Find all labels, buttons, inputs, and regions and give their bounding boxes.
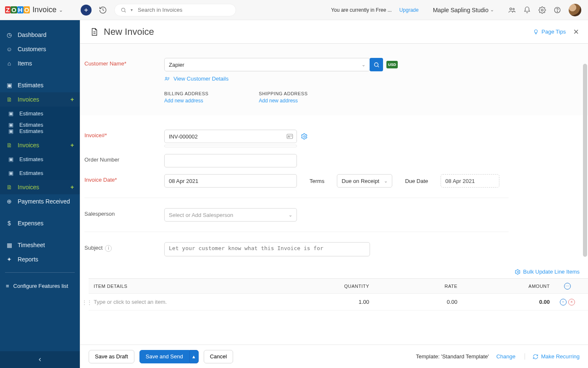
amount-cell: 0.00 (462, 299, 555, 305)
chevron-left-icon (37, 357, 43, 363)
form-scroll[interactable]: Customer Name* Zapier ⌄ USD (80, 44, 588, 345)
invoice-date-input[interactable] (164, 174, 297, 188)
chevron-down-icon[interactable]: ▾ (131, 8, 133, 12)
estimate-icon: ▣ (8, 110, 14, 117)
sidebar-item-invoices[interactable]: 🗎Invoices+ (0, 138, 80, 152)
close-button[interactable]: × (573, 26, 579, 37)
avatar[interactable] (569, 4, 581, 16)
cancel-button[interactable]: Cancel (204, 350, 233, 363)
delete-line-icon[interactable]: × (568, 299, 575, 305)
order-number-label: Order Number (84, 154, 157, 163)
top-icons (508, 4, 581, 16)
upgrade-link[interactable]: Upgrade (399, 7, 419, 13)
invoice-number-settings[interactable] (301, 133, 308, 140)
recent-history-button[interactable] (97, 5, 108, 16)
chevron-down-icon: ⌄ (362, 62, 365, 68)
scrollbar-thumb[interactable] (583, 64, 587, 257)
sidebar-item-estimates[interactable]: ▣Estimates (0, 78, 80, 92)
terms-label: Terms (310, 178, 324, 184)
col-amount: AMOUNT (462, 284, 555, 289)
drag-handle-icon[interactable]: ⋮⋮ (80, 278, 89, 311)
chevron-down-icon[interactable]: ⌄ (59, 7, 63, 13)
sidebar-configure[interactable]: ≡Configure Features list (0, 279, 80, 293)
sidebar-item-reports[interactable]: ✦Reports (0, 252, 80, 266)
plus-icon[interactable]: + (71, 142, 74, 149)
sidebar-sub-estimates[interactable]: ▣Estimates (0, 107, 80, 120)
invoice-icon: 🗎 (6, 96, 13, 103)
salesperson-select[interactable]: Select or Add Salesperson ⌄ (164, 208, 297, 222)
addresses: BILLING ADDRESS Add new address SHIPPING… (164, 91, 588, 104)
line-items-table: ⋮⋮ ITEM DETAILS QUANTITY RATE AMOUNT ⋯ T… (80, 278, 588, 311)
terms-select[interactable]: Due on Receipt ⌄ (337, 174, 392, 188)
sidebar-item-dashboard[interactable]: ◷Dashboard (0, 28, 80, 42)
customer-name-label: Customer Name* (84, 58, 157, 67)
svg-point-0 (121, 8, 125, 11)
sidebar-sub-estimates[interactable]: ▣Estimates (0, 128, 80, 138)
sliders-icon: ≡ (6, 283, 9, 289)
svg-point-3 (541, 9, 543, 11)
info-icon[interactable]: i (105, 245, 112, 252)
remove-line-icon[interactable]: − (560, 299, 567, 305)
page-title: New Invoice (89, 26, 154, 37)
add-new-button[interactable] (81, 5, 92, 16)
global-search[interactable]: ▾ (114, 4, 236, 16)
estimate-icon: ▣ (8, 170, 14, 176)
svg-point-5 (557, 11, 557, 12)
invoice-date-label: Invoice Date* (84, 174, 157, 183)
column-settings-icon[interactable]: ⋯ (564, 283, 571, 290)
help-icon[interactable] (554, 6, 561, 14)
order-number-input[interactable] (164, 154, 297, 167)
sidebar-collapse[interactable] (0, 351, 80, 368)
plus-icon[interactable]: + (71, 184, 74, 191)
settings-icon[interactable] (538, 6, 546, 14)
contact-icon[interactable] (286, 133, 294, 140)
due-date-display[interactable]: 08 Apr 2021 (441, 174, 499, 188)
chevron-down-icon: ⌄ (490, 7, 494, 13)
recurring-icon (533, 354, 538, 360)
bulk-update-link[interactable]: Bulk Update Line Items (80, 261, 588, 278)
save-and-send-split: Save and Send ▴ (139, 350, 199, 363)
sidebar-item-customers[interactable]: ☺Customers (0, 42, 80, 56)
change-template-link[interactable]: Change (496, 353, 516, 360)
svg-point-6 (374, 63, 378, 66)
notifications-icon[interactable] (523, 6, 531, 14)
sidebar-item-items[interactable]: ⌂Items (0, 56, 80, 70)
customer-select[interactable]: Zapier ⌄ (164, 58, 370, 71)
org-switcher[interactable]: Maple Sapling Studio ⌄ (433, 7, 494, 13)
save-and-send-caret[interactable]: ▴ (189, 350, 199, 363)
profile-card-icon (164, 76, 170, 82)
view-customer-details-link[interactable]: View Customer Details (164, 76, 588, 82)
add-shipping-address-link[interactable]: Add new address (259, 98, 307, 104)
sidebar-item-timesheet[interactable]: ▦Timesheet (0, 238, 80, 252)
sidebar-item-payments-received[interactable]: ⊕Payments Received (0, 194, 80, 209)
basket-icon: ⌂ (6, 60, 13, 67)
sidebar-sub-estimates[interactable]: ▣Estimates (0, 120, 80, 128)
referrals-icon[interactable] (508, 6, 516, 14)
sidebar-item-invoices[interactable]: 🗎Invoices+ (0, 92, 80, 107)
search-input[interactable] (137, 6, 230, 13)
save-as-draft-button[interactable]: Save as Draft (89, 350, 134, 363)
qty-cell[interactable]: 1.00 (299, 299, 374, 305)
customer-search-button[interactable] (370, 58, 383, 71)
rate-cell[interactable]: 0.00 (374, 299, 462, 305)
sidebar-item-invoices[interactable]: 🗎Invoices+ (0, 180, 80, 194)
plus-icon[interactable]: + (71, 96, 74, 103)
sidebar-sub-estimates[interactable]: ▣Estimates (0, 166, 80, 180)
sidebar-item-expenses[interactable]: $Expenses (0, 216, 80, 230)
bulb-icon (533, 29, 539, 35)
svg-point-1 (510, 8, 512, 10)
item-cell[interactable]: Type or click to select an item. (89, 299, 299, 305)
make-recurring-link[interactable]: Make Recurring (525, 353, 580, 360)
save-and-send-button[interactable]: Save and Send (139, 350, 189, 363)
add-billing-address-link[interactable]: Add new address (164, 98, 208, 104)
gear-icon (515, 269, 521, 275)
invoice-number-input[interactable] (164, 130, 297, 143)
sidebar-sub-estimates[interactable]: ▣Estimates (0, 152, 80, 166)
plan-notice: You are currently in Free ... (331, 7, 391, 13)
gear-icon (301, 133, 308, 140)
product-logo[interactable]: ZOHO Invoice ⌄ (5, 5, 75, 14)
subject-input[interactable] (164, 242, 370, 256)
svg-point-9 (288, 136, 289, 137)
page-tips-link[interactable]: Page Tips (533, 29, 566, 35)
line-item-row[interactable]: Type or click to select an item. 1.00 0.… (89, 294, 588, 311)
